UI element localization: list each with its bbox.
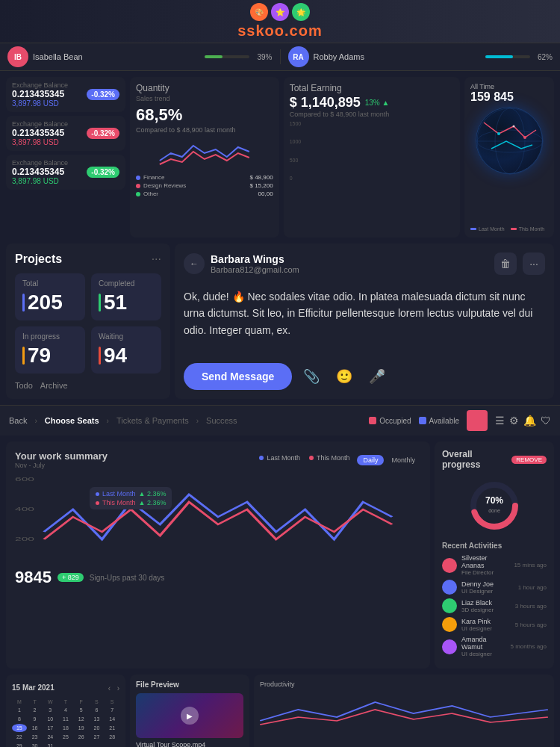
calendar-day[interactable]: 18 — [58, 724, 73, 732]
seat-action-icons: ☰ ⚙ 🔔 🛡 — [495, 415, 551, 427]
calendar-day[interactable]: 9 — [28, 715, 43, 723]
calendar-day[interactable]: 8 — [12, 715, 27, 723]
send-message-button[interactable]: Send Message — [184, 363, 292, 390]
work-summary-toggles: Daily Monthly — [357, 455, 421, 465]
toggle-monthly[interactable]: Monthly — [385, 455, 421, 465]
overall-progress-panel: Overall progress REMOVE 70% done Recent … — [435, 441, 554, 669]
cal-prev[interactable]: ‹ — [108, 684, 111, 692]
hamburger-icon[interactable]: ☰ — [495, 415, 505, 427]
signups-row: 9845 + 829 Sign-Ups past 30 days — [15, 568, 421, 587]
user-avatar-1: RA — [288, 46, 309, 67]
user-pct-1: 62% — [538, 53, 553, 61]
calendar-day[interactable]: 29 — [12, 742, 27, 747]
calendar-day[interactable]: 3 — [43, 706, 57, 714]
calendar-day[interactable]: 6 — [90, 706, 105, 714]
tab-todo[interactable]: Todo — [15, 381, 33, 390]
chat-panel: ← Barbara Wings Barbara812@gmail.com 🗑 ·… — [175, 244, 554, 399]
activity-avatar — [442, 617, 457, 632]
globe-card: All Time 159 845 Last Month Thi — [464, 77, 554, 238]
calendar-day[interactable]: 7 — [105, 706, 119, 714]
activity-item: Silvester Ananas File Director 15 mins a… — [442, 554, 547, 576]
legend-finance: Finance $ 48,900 — [136, 174, 273, 181]
quantity-chart — [136, 138, 273, 168]
chat-header: ← Barbara Wings Barbara812@gmail.com 🗑 ·… — [184, 252, 545, 275]
tab-archive[interactable]: Archive — [40, 381, 68, 390]
activity-avatar — [442, 580, 457, 595]
calendar-day[interactable]: 28 — [105, 733, 119, 741]
ws-legend: Last Month This Month — [259, 454, 349, 462]
svg-point-6 — [513, 125, 515, 128]
calendar-day[interactable]: 24 — [43, 733, 57, 741]
calendar-day[interactable]: 15 — [12, 724, 27, 732]
bell-icon[interactable]: 🔔 — [523, 415, 536, 427]
back-button[interactable]: Back — [9, 416, 27, 425]
calendar-day[interactable]: 12 — [74, 715, 89, 723]
section-calendar-preview: 15 Mar 2021 ‹ › MTWTFSS12345678910111213… — [0, 675, 560, 747]
calendar-day[interactable]: 20 — [90, 724, 105, 732]
calendar-day[interactable]: 19 — [74, 724, 89, 732]
settings-icon[interactable]: ⚙ — [509, 415, 519, 427]
projects-more-btn[interactable]: ··· — [152, 252, 161, 266]
earning-bar-chart — [305, 125, 454, 185]
chat-more-button[interactable]: ··· — [523, 252, 545, 275]
shield-icon[interactable]: 🛡 — [541, 415, 551, 427]
chat-back-button[interactable]: ← — [184, 253, 205, 274]
activity-avatar — [442, 558, 457, 573]
activity-avatar — [442, 598, 457, 613]
calendar-day[interactable]: 26 — [74, 733, 89, 741]
calendar-day[interactable]: 16 — [28, 724, 43, 732]
exchange-card-1: Exchange Balance 0.213435345 3,897.98 US… — [6, 116, 125, 151]
calendar-day[interactable]: 30 — [28, 742, 43, 747]
toggle-daily[interactable]: Daily — [357, 455, 384, 465]
user-progress-0 — [205, 55, 249, 58]
calendar-day — [74, 742, 89, 747]
calendar-panel: 15 Mar 2021 ‹ › MTWTFSS12345678910111213… — [6, 675, 125, 747]
quantity-legend: Finance $ 48,900 Design Reviews $ 15,200… — [136, 174, 273, 197]
top-banner: 🎨 ⭐ 🌟 sskoo.com — [0, 0, 560, 43]
calendar-day[interactable]: 17 — [43, 724, 57, 732]
calendar-day[interactable]: 22 — [12, 733, 27, 741]
calendar-day[interactable]: 4 — [58, 706, 73, 714]
file-preview-thumbnail: ▶ — [136, 693, 243, 738]
breadcrumb-step-3[interactable]: Success — [206, 416, 237, 425]
calendar-grid: MTWTFSS123456789101112131415161718192021… — [12, 698, 119, 747]
svg-text:done: done — [488, 508, 500, 513]
svg-point-5 — [523, 136, 526, 139]
activity-item: Amanda Wamut UI designer 5 months ago — [442, 636, 547, 657]
calendar-day[interactable]: 14 — [105, 715, 119, 723]
user-name-1: Robby Adams — [314, 52, 481, 61]
user-item-0: IB Isabella Bean 39% — [7, 46, 273, 67]
breadcrumb-step-2[interactable]: Tickets & Payments — [116, 416, 189, 425]
breadcrumb-step-1[interactable]: Choose Seats — [45, 416, 99, 425]
chart-tooltip: Last Month ▲ 2.36% This Month ▲ 2.36% — [90, 487, 172, 509]
calendar-day[interactable]: 21 — [105, 724, 119, 732]
calendar-day[interactable]: 23 — [28, 733, 43, 741]
stat-waiting: Waiting 94 — [91, 326, 161, 374]
calendar-day — [90, 742, 105, 747]
user-pct-0: 39% — [257, 53, 272, 61]
projects-stats-grid: Total 205 Completed 51 In progress 79 — [15, 273, 161, 374]
exchange-card-2: Exchange Balance 0.213435345 3,897.98 US… — [6, 155, 125, 190]
brand-logo: sskoo.com — [237, 22, 323, 40]
emoji-icon[interactable]: 🙂 — [331, 363, 358, 390]
calendar-day[interactable]: 25 — [58, 733, 73, 741]
section-exchange: Exchange Balance 0.213435345 3,897.98 US… — [0, 71, 560, 244]
attach-icon[interactable]: 📎 — [298, 363, 325, 390]
activity-item: Denny Joe UI Designer 1 hour ago — [442, 580, 547, 595]
calendar-day[interactable]: 1 — [12, 706, 27, 714]
calendar-day[interactable]: 27 — [90, 733, 105, 741]
stat-inprogress: In progress 79 — [15, 326, 85, 374]
play-button[interactable]: ▶ — [181, 707, 199, 725]
cal-next[interactable]: › — [117, 684, 119, 692]
globe-visual — [476, 107, 543, 174]
calendar-day[interactable]: 11 — [58, 715, 73, 723]
activity-item: Kara Pink UI designer 5 hours ago — [442, 617, 547, 632]
calendar-day[interactable]: 13 — [90, 715, 105, 723]
calendar-day[interactable]: 31 — [43, 742, 57, 747]
chat-delete-button[interactable]: 🗑 — [494, 252, 517, 275]
calendar-day[interactable]: 10 — [43, 715, 57, 723]
calendar-day[interactable]: 2 — [28, 706, 43, 714]
earning-card: Total Earning $ 1,140,895 13% ▲ Compared… — [284, 77, 460, 238]
calendar-day[interactable]: 5 — [74, 706, 89, 714]
mic-icon[interactable]: 🎤 — [364, 363, 391, 390]
